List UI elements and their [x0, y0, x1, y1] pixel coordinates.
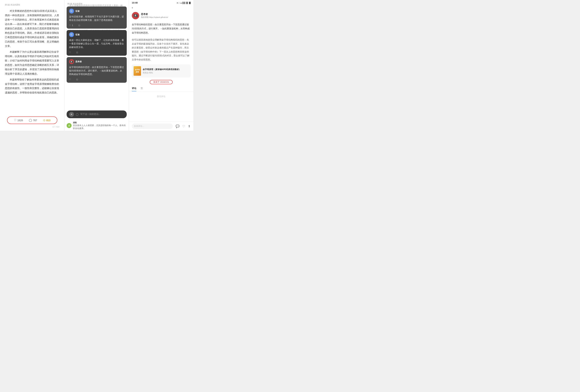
share-action[interactable]: ⊙ 813 — [43, 118, 50, 122]
right-secondary-text: 你可以很容易地使受众理解用金字塔结构组织的思想：先从金字塔的最顶端开始，沿各个分… — [129, 36, 193, 63]
footer-share-icon[interactable]: ⬆ — [188, 124, 190, 128]
comments-list: 征 征途 这句话很关键，给我指明了不光只是学习沟通方面，还有在生活处理琐事方面，… — [64, 6, 129, 109]
book-info: 金字塔原理（麦肯锡40年经典培训教材） 芭芭拉·明托 — [143, 68, 181, 74]
like-icon-1: ♡ — [69, 24, 71, 26]
avatar-char-2: 征 — [70, 33, 73, 36]
comment-username-2: 征途 — [75, 33, 80, 36]
like-action[interactable]: 1626 — [14, 118, 23, 122]
tab-comment[interactable]: 评论 — [132, 87, 136, 91]
middle-content: 第1篇 表达的逻辑 征 征途 这句话很关键，给我指明了不光只是学习沟通方面，还有… — [64, 0, 129, 131]
book-title: 金字塔原理（麦肯锡40年经典培训教材） — [143, 68, 181, 71]
comment-like-3[interactable]: ♡ — [69, 78, 71, 81]
comment-text-2: 表述一些让大家听进去，理解了，记住的东西很难，看一看是否能够让受众心头一震，引起… — [69, 38, 124, 49]
comment-card-2: 征 征途 表述一些让大家听进去，理解了，记住的东西很难，看一看是否能够让受众心头… — [67, 30, 127, 56]
author-name: 思考者 — [141, 13, 168, 16]
comment-avatar-2: 征 — [69, 32, 74, 37]
right-tabs: 评论 赞 — [129, 85, 193, 92]
comment-actions-2: ♡ ◻ — [69, 50, 124, 54]
input-placeholder[interactable]: 写下这一刻的想法... — [80, 113, 100, 116]
article-para-1: 对文章阐述的思想作出疑问/回答式反应是人类的一种自然反应，没有国籍和民族的区别。… — [5, 9, 59, 48]
comment-like-2[interactable]: ♡ — [69, 51, 71, 54]
like-icon-2: ♡ — [69, 51, 71, 54]
partial-username: 龚毅 — [73, 121, 127, 124]
partial-avatar-char: 龚 — [68, 124, 70, 127]
comment-username-1: 征途 — [75, 10, 80, 13]
author-info: 思考者 我的博客:https://sykent.github.io/ — [141, 13, 168, 19]
reply-icon-3: ◻ — [76, 78, 78, 81]
publish-date: 发表于 2018/3/31 — [150, 80, 173, 84]
comment-reply-2[interactable]: ◻ — [76, 51, 78, 54]
back-arrow-icon[interactable]: ‹ — [132, 6, 133, 9]
like-icon — [14, 118, 16, 122]
middle-panel: 对文章阐述的思想作出疑问/回答式反应是人类的一种自然反应，没有国籍和民族的区别。… — [64, 0, 129, 131]
book-author: 芭芭拉·明托 — [143, 72, 181, 74]
comment-reply-3[interactable]: ◻ — [76, 78, 78, 81]
right-footer: 发表评论... 💬 ♡ ⬆ — [129, 121, 193, 131]
like-count: 1626 — [17, 119, 23, 122]
comment-card-1: 征 征途 这句话很关键，给我指明了不光只是学习沟通方面，还有在生活处理琐事方面，… — [67, 6, 127, 29]
comment-input[interactable]: 发表评论... — [132, 123, 173, 129]
comment-header-2: 征 征途 — [69, 32, 124, 37]
left-breadcrumb: 第1篇 表达的逻辑 — [5, 3, 59, 6]
partial-avatar: 龚 — [67, 123, 72, 128]
comment-card-3: 🏴‍☠️ 思考者 金字塔结构组织思想：由主要思想开始→下层思想通过疑问/回答的方… — [67, 57, 127, 83]
comment-actions-1: ♡ 1 ◻ — [69, 23, 124, 26]
share-icon: ⊙ — [43, 118, 45, 122]
book-cover-image: 金字塔原理 — [134, 66, 141, 76]
share-count: 813 — [46, 119, 50, 122]
article-para-3: 本篇将帮助你了解如何将要表达的思想组织成金字塔结构，说明了使用金字塔原理能够检查… — [5, 78, 59, 95]
book-cover-label: 金字塔原理 — [135, 69, 140, 73]
left-panel: 第1篇 表达的逻辑 对文章阐述的思想作出疑问/回答式反应是人类的一种自然反应，没… — [0, 0, 64, 131]
author-blog: 我的博客:https://sykent.github.io/ — [141, 16, 168, 19]
publish-date-row: 发表于 2018/3/31 — [129, 79, 193, 85]
partial-text: 其实基本上人人都需要，尤其是职场的每一个人。基本的职业化素养。 — [73, 124, 127, 130]
partial-comment-row: 龚 龚毅 其实基本上人人都需要，尤其是职场的每一个人。基本的职业化素养。 — [64, 120, 129, 131]
right-main-text: 金字塔结构组织思想：由主要思想开始→下层思想通过疑问/回答的方式，进行展开。→如… — [129, 21, 193, 36]
author-avatar-char: 🏴‍☠️ — [134, 13, 138, 18]
author-bar: 🏴‍☠️ 思考者 我的博客:https://sykent.github.io/ — [129, 10, 193, 21]
book-card[interactable]: 金字塔原理 金字塔原理（麦肯锡40年经典培训教材） 芭芭拉·明托 — [132, 64, 190, 78]
comment-icon: ◯ — [29, 118, 32, 122]
comment-username-3: 思考者 — [75, 60, 82, 63]
no-comment-text: 暂无评论 — [129, 92, 193, 101]
article-text: 对文章阐述的思想作出疑问/回答式反应是人类的一种自然反应，没有国籍和民族的区别。… — [5, 9, 59, 114]
comment-header-3: 🏴‍☠️ 思考者 — [69, 59, 124, 64]
status-bar: 10:48 ● □ ▲ ▌▌ ▌▌ █ — [129, 0, 193, 5]
reply-icon-2: ◻ — [76, 51, 78, 54]
like-count-1: 1 — [72, 24, 73, 26]
footer-comment-icon[interactable]: 💬 — [176, 124, 179, 128]
page-indicator: 17 / 414 — [5, 126, 59, 128]
comment-like-1[interactable]: ♡ 1 — [69, 24, 73, 26]
comment-actions-3: ♡ ◻ — [69, 78, 124, 81]
right-nav: ‹ — [129, 5, 193, 10]
comment-reply-1[interactable]: ◻ — [78, 24, 80, 26]
avatar-char-1: 征 — [70, 9, 73, 13]
like-icon-3: ♡ — [69, 78, 71, 81]
close-button[interactable]: ✕ — [69, 112, 74, 117]
status-time: 10:48 — [132, 1, 138, 4]
battery-icon: ● □ ▲ ▌▌ ▌▌ █ — [177, 2, 190, 4]
comment-avatar-1: 征 — [69, 9, 74, 13]
tab-like[interactable]: 赞 — [141, 87, 143, 91]
action-bar: 1626 ◯ 767 ⊙ 813 — [7, 116, 57, 124]
comment-bubble-icon: ◯ — [76, 113, 79, 116]
comment-text-3: 金字塔结构组织思想：由主要思想开始→下层思想通过疑问/回答的方式，进行展开。→如… — [69, 66, 124, 76]
author-avatar: 🏴‍☠️ — [132, 12, 139, 19]
comment-header-1: 征 征途 — [69, 9, 124, 13]
middle-breadcrumb: 第1篇 表达的逻辑 — [64, 0, 129, 6]
status-icons: ● □ ▲ ▌▌ ▌▌ █ — [177, 2, 190, 4]
right-panel: 10:48 ● □ ▲ ▌▌ ▌▌ █ ‹ 🏴‍☠️ 思考者 我的博客:http… — [129, 0, 193, 131]
avatar-char-3: 🏴‍☠️ — [70, 60, 73, 63]
comment-text-1: 这句话很关键，给我指明了不光只是学习沟通方面，还有在生活处理琐事方面，提供了思考… — [69, 15, 124, 22]
footer-like-icon[interactable]: ♡ — [182, 124, 185, 128]
comment-count: 767 — [33, 119, 37, 122]
reply-icon-1: ◻ — [78, 24, 80, 26]
middle-input-bar[interactable]: ✕ ◯ 写下这一刻的想法... — [67, 110, 127, 118]
comment-action[interactable]: ◯ 767 — [29, 118, 37, 122]
comment-avatar-3: 🏴‍☠️ — [69, 59, 74, 64]
article-para-2: 本篇解释了为什么受众最容易理解和记住金字塔结构，以及组成金字塔的子结构之间如何互… — [5, 50, 59, 76]
